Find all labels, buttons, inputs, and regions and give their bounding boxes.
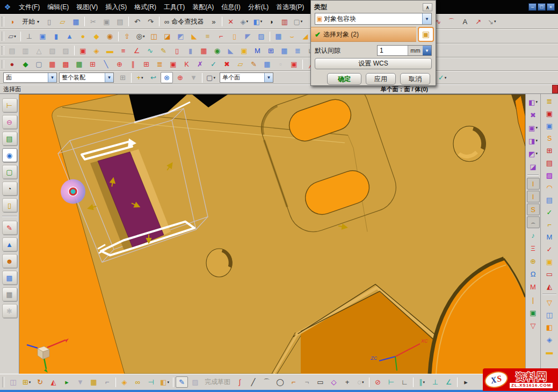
copy-cube-button[interactable]: ◫	[7, 376, 19, 388]
close-button[interactable]: ×	[547, 3, 555, 11]
note-symbol-button[interactable]: ♪	[527, 229, 540, 241]
graphics-viewport[interactable]: XC ZC	[19, 94, 525, 374]
open-file-button[interactable]: ▱	[56, 16, 69, 27]
check-tool-button[interactable]: ✓▾	[436, 72, 448, 83]
dropdown-arrow-icon[interactable]: ▾	[143, 34, 145, 39]
drag-hand-button[interactable]: ▼	[187, 72, 200, 83]
add-snap-plane-button[interactable]: +▾	[134, 72, 146, 83]
parallel-lines-button[interactable]: ∥	[127, 59, 139, 70]
more-commands-button[interactable]: »	[207, 16, 220, 27]
diagonal-line-button[interactable]: ╲	[100, 59, 112, 70]
blue-tool-button[interactable]: ▲	[2, 237, 17, 251]
round-hole-2[interactable]	[206, 249, 233, 277]
extrude-button[interactable]: ⇧	[121, 31, 133, 42]
edit-object-display-button[interactable]: ▣	[77, 45, 89, 56]
fillet-tool-button[interactable]: ⌐	[287, 376, 300, 388]
return-arrow-button[interactable]: ↩	[147, 72, 160, 83]
move-face-button[interactable]: ◧▾	[527, 96, 540, 108]
combo-arrow-icon[interactable]: ▼	[105, 73, 113, 82]
mold-box-button[interactable]: ▭	[542, 268, 556, 280]
teal-check-button[interactable]: ✓	[207, 59, 220, 70]
intersect-button[interactable]: ◩	[175, 31, 187, 42]
constraint-navigator-button[interactable]: ⊖	[2, 115, 17, 129]
gold-coil-button[interactable]: ≣	[542, 95, 556, 107]
dark-sphere-button[interactable]: ●	[6, 59, 18, 70]
materials-m-button[interactable]: M	[251, 45, 264, 56]
make-corner-button[interactable]: ∟	[398, 376, 411, 388]
menu-item-view[interactable]: 视图(V)	[73, 1, 102, 13]
studio-shape-button[interactable]: ◌▾	[354, 376, 367, 388]
redo-button[interactable]: ↷	[144, 16, 157, 27]
stud-column-button[interactable]: Ξ	[527, 242, 540, 254]
edge-blend-button[interactable]: ⌣	[286, 31, 298, 42]
arc-dimension-button[interactable]: ⌢	[527, 216, 540, 228]
grid-cross-button[interactable]: ⊞	[140, 59, 153, 70]
gift-box-button[interactable]: ▣	[527, 307, 540, 318]
vector-k-button[interactable]: K	[180, 59, 193, 70]
gold-box-button[interactable]: ▣	[238, 45, 250, 56]
copy-face-button[interactable]: ▣▾	[527, 122, 540, 134]
block-button[interactable]: ▣	[37, 31, 49, 42]
blue-table-button[interactable]: ▦	[261, 59, 273, 70]
nav-cube-button[interactable]: ◈	[118, 376, 131, 388]
marquee-select-button[interactable]: ▢▾	[205, 72, 217, 83]
split-grid-button[interactable]: ▦	[46, 59, 59, 70]
h-cube-button[interactable]: ⊞	[542, 144, 556, 156]
set-wcs-button[interactable]: 设置 WCS	[315, 58, 432, 69]
red-cube-box-button[interactable]: ▣	[542, 107, 556, 119]
menu-item-tools[interactable]: 工具(T)	[160, 1, 189, 13]
subtract-button[interactable]: ◪	[161, 31, 173, 42]
gauge-measure-button[interactable]: ⊣	[145, 376, 157, 388]
rib-button[interactable]: ⌐	[215, 31, 227, 42]
linear-dimension-1-button[interactable]: I	[527, 178, 540, 190]
rotate-point-button[interactable]: ⊕	[174, 72, 186, 83]
circle-tool-button[interactable]: ◯	[274, 376, 286, 388]
purple-cut-button[interactable]: ✗	[194, 59, 206, 70]
clearance-input[interactable]	[378, 46, 408, 55]
table-grid-button[interactable]: ▦	[278, 45, 291, 56]
menu-item-format[interactable]: 格式(R)	[131, 1, 160, 13]
shell-button[interactable]: ▯	[228, 31, 241, 42]
internet-explorer-button[interactable]: ◉	[2, 148, 17, 162]
arc-curve-button[interactable]: ⌒	[445, 16, 458, 27]
undo-button[interactable]: ↶	[131, 16, 143, 27]
annotation-pen-button[interactable]: ✎	[157, 45, 170, 56]
combo-arrow-icon[interactable]: ▼	[48, 73, 56, 82]
dropdown-arrow-icon[interactable]: ▾	[14, 34, 16, 39]
menu-item-insert[interactable]: 插入(S)	[102, 1, 131, 13]
dropdown-arrow-icon[interactable]: ▾	[247, 19, 249, 24]
cube-options-button[interactable]: ◧▾	[158, 376, 171, 388]
paste-disabled-button[interactable]: ▥	[19, 45, 32, 56]
coil-check-button[interactable]: ✓	[542, 206, 556, 218]
cube-arrow-button[interactable]: ◧	[542, 321, 556, 333]
m-note-button[interactable]: M	[542, 231, 556, 243]
show-hide-button[interactable]: ◈	[90, 45, 103, 56]
grab-hand-button[interactable]: ▼	[74, 376, 86, 388]
polygon-tool-button[interactable]: ◇	[328, 376, 340, 388]
cylinder-button[interactable]: ▮	[50, 31, 62, 42]
orange-sheet-button[interactable]: ◠	[542, 182, 556, 193]
delete-face-button[interactable]: ✖	[527, 109, 540, 121]
bounding-box-button[interactable]: ▣	[418, 27, 434, 42]
dropdown-arrow-icon[interactable]: ▾	[535, 126, 538, 130]
more-sketch-button[interactable]: ▸	[460, 376, 472, 388]
broom-clean-button[interactable]: ✎	[248, 59, 260, 70]
section-analysis-button[interactable]: ◣	[224, 45, 237, 56]
trim-body-button[interactable]: ◤	[242, 31, 254, 42]
resize-face-button[interactable]: ◩▾	[527, 148, 540, 159]
pin-toggle-button[interactable]: ⌐	[101, 376, 113, 388]
collapse-section-button[interactable]: ∧	[423, 3, 432, 11]
calculator-button[interactable]: ⊞	[265, 45, 277, 56]
assembly-ghost-button[interactable]: ⊞	[117, 72, 129, 83]
dropdown-arrow-icon[interactable]: ▾	[141, 76, 143, 80]
hole-button[interactable]: ◎▾	[134, 31, 147, 42]
round-hole-1[interactable]	[453, 126, 486, 162]
snap-point-button[interactable]: ▸	[61, 376, 73, 388]
dashed-box-button[interactable]: ▣	[288, 59, 300, 70]
arc-tool-button[interactable]: ⌒	[260, 376, 273, 388]
face-rule-combo[interactable]: 单个面 ▼	[220, 72, 273, 83]
gold-cube-button[interactable]: ▣	[542, 256, 556, 267]
dimension-button[interactable]: ∠	[443, 376, 455, 388]
offset-face-button[interactable]: ≡	[201, 31, 214, 42]
select-object-field[interactable]: ✔ 选择对象 (2)	[311, 27, 416, 42]
